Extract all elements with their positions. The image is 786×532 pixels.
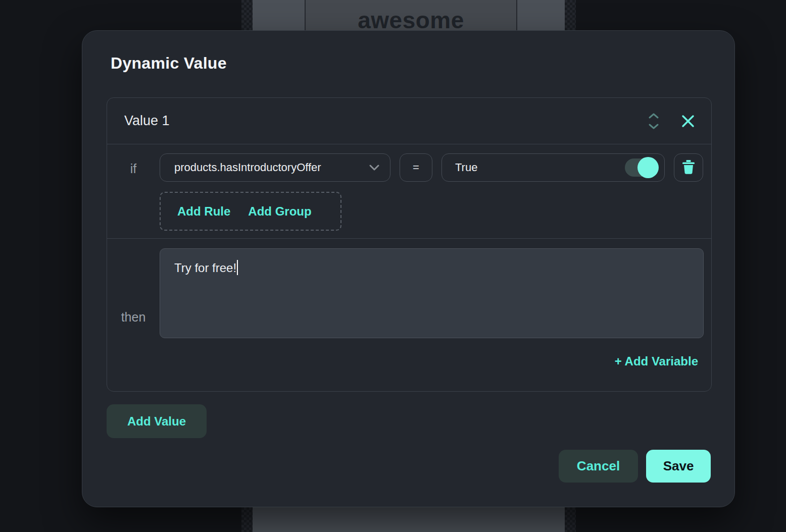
condition-field-dropdown[interactable]: products.hasIntroductoryOffer xyxy=(160,153,390,182)
toggle-knob xyxy=(637,157,659,178)
save-button[interactable]: Save xyxy=(646,450,711,483)
then-text-value: Try for free! xyxy=(174,261,236,275)
value-card: Value 1 if products.has xyxy=(107,97,712,392)
condition-field-value: products.hasIntroductoryOffer xyxy=(174,161,321,174)
then-label: then xyxy=(107,310,160,325)
condition-value-field[interactable]: True xyxy=(441,153,665,182)
canvas-heading-line1: The start of an xyxy=(306,0,516,6)
value-card-title: Value 1 xyxy=(124,113,170,129)
close-icon[interactable] xyxy=(681,114,695,128)
boolean-toggle[interactable] xyxy=(625,158,657,177)
operator-button[interactable]: = xyxy=(400,153,432,182)
add-group-button[interactable]: Add Group xyxy=(248,204,311,219)
add-variable-button[interactable]: + Add Variable xyxy=(615,354,698,368)
add-rule-button[interactable]: Add Rule xyxy=(177,204,230,219)
add-value-button[interactable]: Add Value xyxy=(107,404,207,438)
then-text-input[interactable]: Try for free! xyxy=(160,248,704,338)
section-divider xyxy=(107,238,711,239)
condition-row: products.hasIntroductoryOffer = True xyxy=(160,153,703,182)
if-label: if xyxy=(107,162,160,176)
trash-icon xyxy=(682,160,695,176)
add-rule-group-box: Add Rule Add Group xyxy=(160,192,341,231)
delete-rule-button[interactable] xyxy=(674,153,703,182)
modal-title: Dynamic Value xyxy=(111,54,227,73)
value-card-header: Value 1 xyxy=(107,98,711,144)
text-cursor xyxy=(237,260,238,275)
modal-footer: Cancel Save xyxy=(559,450,711,483)
reorder-chevrons-icon[interactable] xyxy=(648,113,660,130)
condition-value-text: True xyxy=(455,161,477,174)
chevron-down-icon xyxy=(369,161,380,174)
cancel-button[interactable]: Cancel xyxy=(559,450,638,483)
dynamic-value-modal: Dynamic Value Value 1 if xyxy=(82,30,735,507)
